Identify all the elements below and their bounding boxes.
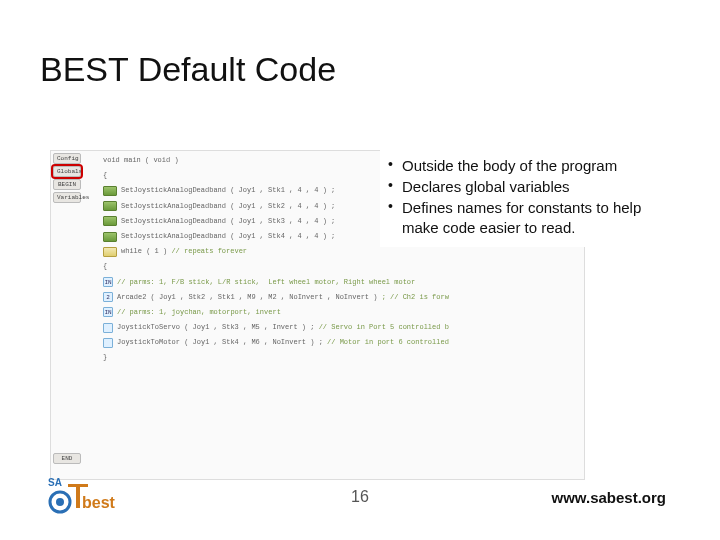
svg-rect-2 <box>76 484 80 508</box>
logo-best: best <box>82 494 116 511</box>
code-badge: IN <box>103 277 113 287</box>
svg-point-1 <box>56 498 64 506</box>
while-block-icon <box>103 247 117 257</box>
code-text: // parms: 1, F/B stick, L/R stick, Left … <box>117 277 415 288</box>
code-badge: IN <box>103 307 113 317</box>
code-sidebar-btn-end: END <box>53 453 81 464</box>
code-line: IN// parms: 1, joychan, motorport, inver… <box>103 307 580 318</box>
code-sidebar-btn: Config <box>53 153 81 164</box>
code-line: while ( 1 ) // repeats forever <box>103 246 580 257</box>
code-sidebar-btn: BEGIN <box>53 179 81 190</box>
code-sidebar: ConfigGlobalsBEGINVariablesEND <box>51 151 83 479</box>
logo: SA best <box>46 474 116 516</box>
bullet-list: Outside the body of the programDeclares … <box>386 156 660 237</box>
code-sidebar-btn: Globals <box>53 166 81 177</box>
code-line: 2Arcade2 ( Joy1 , Stk2 , Stk1 , M9 , M2 … <box>103 292 580 303</box>
code-badge <box>103 338 113 348</box>
code-text: { <box>103 261 107 272</box>
code-text: // parms: 1, joychan, motorport, invert <box>117 307 281 318</box>
code-text: { <box>103 170 107 181</box>
code-sidebar-btn: Variables <box>53 192 81 203</box>
bullet-box: Outside the body of the programDeclares … <box>380 150 670 247</box>
code-text: while ( 1 ) // repeats forever <box>121 246 247 257</box>
function-block-icon <box>103 216 117 226</box>
function-block-icon <box>103 186 117 196</box>
code-text: JoystickToServo ( Joy1 , Stk3 , M5 , Inv… <box>117 322 449 333</box>
footer-url: www.sabest.org <box>552 489 666 506</box>
bullet-item: Outside the body of the program <box>386 156 660 175</box>
page-title: BEST Default Code <box>40 50 336 89</box>
code-badge: 2 <box>103 292 113 302</box>
code-text: SetJoystickAnalogDeadband ( Joy1 , Stk4 … <box>121 231 335 242</box>
code-text: JoystickToMotor ( Joy1 , Stk4 , M6 , NoI… <box>117 337 449 348</box>
code-text: SetJoystickAnalogDeadband ( Joy1 , Stk2 … <box>121 201 335 212</box>
logo-sa: SA <box>48 477 62 488</box>
code-text: void main ( void ) <box>103 155 179 166</box>
code-text: Arcade2 ( Joy1 , Stk2 , Stk1 , M9 , M2 ,… <box>117 292 449 303</box>
code-line: JoystickToServo ( Joy1 , Stk3 , M5 , Inv… <box>103 322 580 333</box>
code-text: } <box>103 352 107 363</box>
svg-rect-3 <box>68 484 88 487</box>
code-text: SetJoystickAnalogDeadband ( Joy1 , Stk1 … <box>121 185 335 196</box>
code-text: SetJoystickAnalogDeadband ( Joy1 , Stk3 … <box>121 216 335 227</box>
code-line: IN// parms: 1, F/B stick, L/R stick, Lef… <box>103 277 580 288</box>
function-block-icon <box>103 232 117 242</box>
code-badge <box>103 323 113 333</box>
bullet-item: Declares global variables <box>386 177 660 196</box>
code-line: } <box>103 352 580 363</box>
code-line: { <box>103 261 580 272</box>
function-block-icon <box>103 201 117 211</box>
code-line: JoystickToMotor ( Joy1 , Stk4 , M6 , NoI… <box>103 337 580 348</box>
bullet-item: Defines names for constants to help make… <box>386 198 660 236</box>
